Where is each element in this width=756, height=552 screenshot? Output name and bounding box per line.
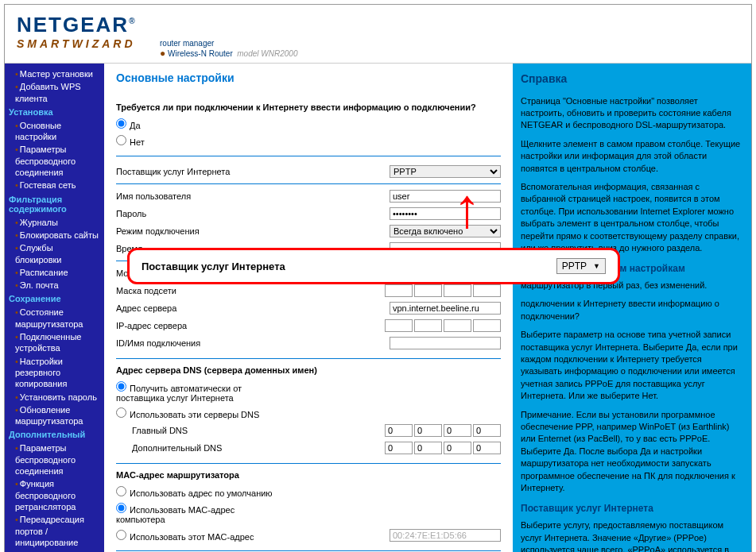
radio-no-label[interactable]: Нет [116,135,275,147]
server-input[interactable] [390,302,501,315]
sidebar-item-devices[interactable]: •Подключенные устройства [9,330,100,355]
sidebar-item-wps[interactable]: •Добавить WPS клиента [9,80,100,105]
isp-select[interactable]: PPTP [390,165,501,178]
dns-manual-label[interactable]: Использовать эти серверы DNS [116,407,275,419]
sidebar-section-advanced: Дополнительный [9,427,100,442]
highlight-label: Поставщик услуг Интернета [142,261,285,272]
mac-computer-label[interactable]: Использовать MAC-адрес компьютера [116,503,275,524]
dns1-2[interactable] [414,424,442,437]
mac-section-label: MAC-адрес маршрутизатора [116,470,501,480]
sidebar-section-filter: Фильтрация содержимого [9,192,100,216]
dns2-4[interactable] [473,442,501,454]
dns1-4[interactable] [473,424,501,437]
sidebar-item-backup[interactable]: •Настройки резервного копирования [9,355,100,391]
help-title: Справка [521,71,743,87]
username-input[interactable] [390,190,501,203]
sidebar-section-setup: Установка [9,105,100,119]
ipserver-label: IP-адрес сервера [116,321,275,330]
header: NETGEAR® SMARTWIZARD router manager ● Wi… [5,5,751,64]
help-p6: Выберите параметр на основе типа учетной… [521,329,743,402]
ipserver-2[interactable] [414,319,442,332]
page-title: Основные настройки [116,71,501,84]
password-input[interactable] [390,207,501,220]
dns2-3[interactable] [444,442,471,454]
help-p8: Выберите услугу, предоставляемую поставщ… [521,519,743,552]
annotation-arrow: ↑ [453,195,481,222]
highlight-select: PPTP▼ [556,258,606,274]
radio-mac-default[interactable] [116,486,126,496]
annotation-highlight: Поставщик услуг Интернета PPTP▼ [127,248,620,284]
help-p5: подключении к Интернету ввести информаци… [521,298,743,322]
radio-dns-manual[interactable] [116,407,126,418]
connid-input[interactable] [390,337,501,349]
sidebar-item-update[interactable]: •Обновление маршрутизатора [9,403,100,428]
radio-no[interactable] [116,135,126,145]
username-label: Имя пользователя [116,191,275,201]
subnet-1[interactable] [385,284,413,297]
help-p3: Вспомогательная информация, связанная с … [521,181,743,254]
subnet-label: Маска подсети [116,286,275,295]
radio-yes[interactable] [116,118,126,129]
connmode-label: Режим подключения [116,226,275,236]
ipserver-4[interactable] [473,319,501,332]
subnet-2[interactable] [414,284,442,297]
sidebar-item-status[interactable]: •Состояние маршрутизатора [9,306,100,330]
mac-this-label[interactable]: Использовать этот MAC-адрес [116,530,275,542]
radio-mac-computer[interactable] [116,503,126,513]
help-p7: Примечание. Если вы установили программн… [521,409,743,495]
sidebar: •Мастер установки •Добавить WPS клиента … [5,64,104,552]
sidebar-item-basic[interactable]: •Основные настройки [9,119,100,144]
content-panel: Основные настройки Требуется ли при подк… [104,64,513,552]
help-p1: Страница "Основные настройки" позволяет … [521,95,743,132]
login-question: Требуется ли при подключении к Интернету… [116,102,501,112]
mac-default-label[interactable]: Использовать адрес по умолчанию [116,486,275,498]
radio-dns-auto[interactable] [116,381,126,392]
help-panel: Справка Страница "Основные настройки" по… [513,64,751,552]
dns2-1[interactable] [385,442,413,454]
sidebar-item-blocksites[interactable]: •Блокировать сайты [9,229,100,241]
server-label: Адрес сервера [116,303,275,313]
sidebar-item-portforward[interactable]: •Переадресация портов / инициирование по… [9,513,100,552]
mac-input[interactable] [390,529,501,542]
sidebar-item-email[interactable]: •Эл. почта [9,279,100,291]
sidebar-item-guest[interactable]: •Гостевая сеть [9,179,100,191]
chevron-down-icon: ▼ [593,262,600,270]
connid-label: ID/Имя подключения [116,338,275,348]
sidebar-item-repeater[interactable]: •Функция беспроводного ретранслятора [9,477,100,513]
dns1-1[interactable] [385,424,413,437]
sub-header: router manager ● Wireless-N Router model… [160,39,739,59]
isp-label: Поставщик услуг Интернета [116,167,275,176]
help-p2: Щелкните элемент в самом правом столбце.… [521,138,743,175]
dns-section-label: Адрес сервера DNS (сервера доменных имен… [116,365,501,375]
sidebar-item-blockservices[interactable]: •Службы блокировки [9,241,100,266]
subnet-3[interactable] [444,284,471,297]
sidebar-item-logs[interactable]: •Журналы [9,216,100,229]
dns-auto-label[interactable]: Получить автоматически от поставщика усл… [116,381,275,403]
sidebar-item-password[interactable]: •Установить пароль [9,391,100,403]
dns-primary-label: Главный DNS [132,426,291,435]
radio-yes-label[interactable]: Да [116,118,275,130]
password-label: Пароль [116,209,275,218]
dns2-2[interactable] [414,442,442,454]
dns-secondary-label: Дополнительный DNS [132,443,291,453]
sidebar-section-save: Сохранение [9,291,100,306]
ipserver-3[interactable] [444,319,471,332]
radio-mac-this[interactable] [116,530,126,540]
dns1-3[interactable] [444,424,471,437]
help-h3: Поставщик услуг Интернета [521,502,743,515]
sidebar-item-wireless[interactable]: •Параметры беспроводного соединения [9,143,100,179]
sidebar-item-schedule[interactable]: •Расписание [9,266,100,279]
connmode-select[interactable]: Всегда включено [390,225,501,237]
subnet-4[interactable] [473,284,501,297]
sidebar-item-wizard[interactable]: •Мастер установки [9,68,100,80]
sidebar-item-adv-wireless[interactable]: •Параметры беспроводного соединения [9,442,100,477]
ipserver-1[interactable] [385,319,413,332]
smartwizard-text: SMARTWIZARD [17,37,137,50]
logo: NETGEAR® [17,13,137,37]
